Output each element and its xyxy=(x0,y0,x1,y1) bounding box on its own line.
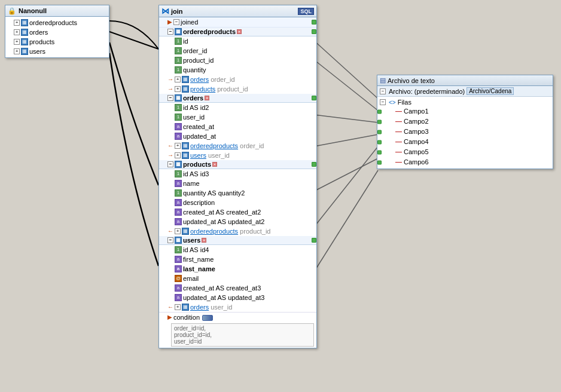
left-port-campo5 xyxy=(377,150,382,154)
field-email: @ email xyxy=(159,274,316,283)
ref-orderedproducts-product[interactable]: ← + ▦ orderedproducts product_id xyxy=(159,226,316,236)
close-btn[interactable]: × xyxy=(202,238,206,243)
ref-field: order_id xyxy=(240,142,264,150)
group-header-products[interactable]: − ▦ products × xyxy=(159,160,316,169)
tree-item-users[interactable]: + ▦ users xyxy=(5,47,109,56)
field-name: id xyxy=(183,37,188,45)
lock-icon: 🔒 xyxy=(8,7,16,15)
arrow-icon: ← xyxy=(167,142,173,150)
field-name: updated_at AS updated_at2 xyxy=(183,218,264,226)
close-btn[interactable]: × xyxy=(212,162,217,167)
nanonull-panel: 🔒 Nanonull + ▦ orderedproducts + ▦ order… xyxy=(5,5,109,58)
ref-products[interactable]: → + ▦ products product_id xyxy=(159,84,316,94)
group-header-users[interactable]: − ▦ users × xyxy=(159,236,316,245)
arrow-icon: → xyxy=(167,151,173,160)
email-icon: @ xyxy=(175,275,182,282)
dash-icon-6: — xyxy=(395,158,402,167)
ref-field: user_id xyxy=(208,151,230,160)
str-icon: a xyxy=(175,199,182,206)
expand-icon[interactable]: − xyxy=(173,19,179,25)
ref-users-user[interactable]: → + ▦ users user_id xyxy=(159,151,316,160)
nanonull-header: 🔒 Nanonull xyxy=(5,5,109,17)
field-name: order_id xyxy=(183,47,207,55)
field-name: name xyxy=(183,179,200,188)
int-icon: 1 xyxy=(175,114,182,121)
expand-icon[interactable]: − xyxy=(167,95,173,101)
expand-icon[interactable]: − xyxy=(167,161,173,167)
left-port-campo6 xyxy=(377,160,382,164)
field-last_name: a last_name xyxy=(159,264,316,274)
expand-icon[interactable]: − xyxy=(167,237,173,243)
table-name-products: products xyxy=(29,38,54,46)
expand-icon[interactable]: + xyxy=(175,304,181,310)
expand-icon[interactable]: − xyxy=(380,99,386,105)
table-icon: ▦ xyxy=(21,38,28,45)
sql-badge[interactable]: SQL xyxy=(298,8,314,15)
field-id-as-id2: 1 id AS id2 xyxy=(159,103,316,112)
arrow-icon: ▶ xyxy=(167,313,172,321)
campo-3: Campo3 xyxy=(404,127,429,136)
expand-icon[interactable]: + xyxy=(175,143,181,149)
campo-6: Campo6 xyxy=(404,158,429,167)
expand-icon[interactable]: + xyxy=(14,48,20,54)
close-btn[interactable]: × xyxy=(237,29,242,34)
group-orderedproducts: − ▦ orderedproducts × 1 id 1 order_id 1 … xyxy=(159,27,316,94)
joined-row[interactable]: ▶ − joined xyxy=(159,17,316,27)
tree-item-products[interactable]: + ▦ products xyxy=(5,37,109,47)
expand-icon[interactable]: + xyxy=(175,152,181,158)
group-users: − ▦ users × 1 id AS id4 a first_name a l… xyxy=(159,236,316,312)
field-name: id AS id3 xyxy=(183,170,209,178)
ref-field: order_id xyxy=(211,75,234,84)
condition-row[interactable]: ▶ condition xyxy=(159,312,316,322)
ref-orders[interactable]: → + ▦ orders order_id xyxy=(159,75,316,84)
field-updated_at2: a updated_at AS updated_at2 xyxy=(159,217,316,226)
ref-field: product_id xyxy=(217,85,248,93)
tree-item-orders[interactable]: + ▦ orders xyxy=(5,27,109,37)
dash-icon-1: — xyxy=(395,107,402,116)
field-created_at: a created_at xyxy=(159,122,316,131)
ref-field: user_id xyxy=(211,303,232,311)
group-name-users: users xyxy=(183,237,200,244)
right-port xyxy=(312,238,316,243)
field-name: created_at AS created_at2 xyxy=(183,208,261,216)
field-name: product_id xyxy=(183,56,214,65)
left-port-campo4 xyxy=(377,140,382,144)
campo-row-5: — Campo5 xyxy=(380,147,550,157)
expand-icon[interactable]: + xyxy=(175,76,181,82)
field-name: description xyxy=(183,198,215,207)
archivo-file-value[interactable]: Archivo/Cadena xyxy=(467,87,514,95)
expand-icon[interactable]: + xyxy=(14,29,20,35)
right-port xyxy=(312,29,316,34)
expand-icon[interactable]: + xyxy=(14,20,20,26)
group-header-orders[interactable]: − ▦ orders × xyxy=(159,94,316,103)
expand-icon[interactable]: − xyxy=(380,88,386,94)
left-port-campo3 xyxy=(377,130,382,134)
str-icon: a xyxy=(175,218,182,225)
field-quantity-as-quantity2: 1 quantity AS quantity2 xyxy=(159,188,316,198)
campo-row-3: — Campo3 xyxy=(380,127,550,137)
int-icon: 1 xyxy=(175,47,182,54)
campo-2: Campo2 xyxy=(404,117,429,126)
expand-icon[interactable]: + xyxy=(175,228,181,234)
close-btn[interactable]: × xyxy=(205,96,209,100)
expand-icon[interactable]: − xyxy=(167,29,173,35)
ref-orders-user[interactable]: ← + ▦ orders user_id xyxy=(159,302,316,312)
group-name-orders: orders xyxy=(183,94,203,102)
table-icon: ▦ xyxy=(182,152,189,159)
archivo-file-label: Archivo: (predeterminado) xyxy=(389,88,465,95)
ref-table-name: orders xyxy=(190,303,209,311)
int-icon: 1 xyxy=(175,189,182,197)
ref-table-name: orderedproducts xyxy=(190,227,238,235)
right-port-joined xyxy=(312,20,316,24)
field-id-as-id3: 1 id AS id3 xyxy=(159,169,316,179)
table-icon: ▦ xyxy=(21,19,28,26)
field-id: 1 id xyxy=(159,36,316,46)
group-header-orderedproducts[interactable]: − ▦ orderedproducts × xyxy=(159,27,316,36)
tree-item-orderedproducts[interactable]: + ▦ orderedproducts xyxy=(5,18,109,27)
field-created_at2: a created_at AS created_at2 xyxy=(159,207,316,217)
condition-section: ▶ condition order_id=id,product_id=id,us… xyxy=(159,312,316,347)
expand-icon[interactable]: + xyxy=(14,39,20,45)
expand-icon[interactable]: + xyxy=(175,86,181,92)
condition-icon xyxy=(202,313,213,321)
ref-orderedproducts-order[interactable]: ← + ▦ orderedproducts order_id xyxy=(159,141,316,151)
